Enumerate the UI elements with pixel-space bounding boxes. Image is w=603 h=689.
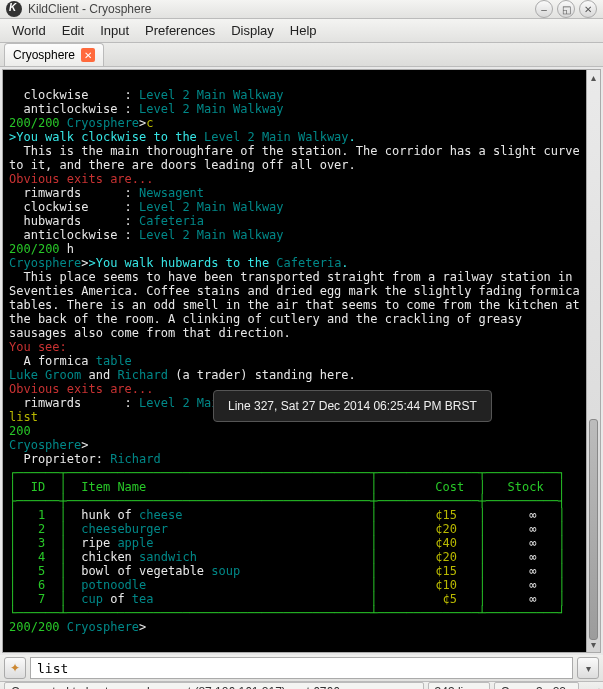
menu-help[interactable]: Help (282, 19, 325, 42)
scroll-thumb[interactable] (589, 419, 598, 640)
command-input[interactable] (30, 657, 573, 679)
menu-edit[interactable]: Edit (54, 19, 92, 42)
scroll-down-icon[interactable]: ▾ (587, 639, 600, 650)
status-lines: 343 lines (428, 682, 490, 689)
tab-close-icon[interactable]: ✕ (81, 48, 95, 62)
status-connection: Connected to host cryosphere.net (87.106… (4, 682, 424, 689)
scroll-up-icon[interactable]: ▴ (587, 72, 600, 83)
tab-cryosphere[interactable]: Cryosphere ✕ (4, 43, 104, 66)
close-button[interactable]: ✕ (579, 0, 597, 18)
window-title: KildClient - Cryosphere (28, 2, 151, 16)
tabbar: Cryosphere ✕ (0, 43, 603, 67)
minimize-button[interactable]: – (535, 0, 553, 18)
shop-table: Proprietor: Richard ┌──────┬────────────… (9, 452, 565, 620)
tab-label: Cryosphere (13, 48, 75, 62)
menu-preferences[interactable]: Preferences (137, 19, 223, 42)
input-row: ✦ ▾ (0, 655, 603, 681)
terminal[interactable]: clockwise : Level 2 Main Walkway anticlo… (3, 70, 586, 652)
input-icon[interactable]: ✦ (4, 657, 26, 679)
menu-input[interactable]: Input (92, 19, 137, 42)
app-icon (6, 1, 22, 17)
maximize-button[interactable]: ◱ (557, 0, 575, 18)
titlebar: KildClient - Cryosphere – ◱ ✕ (0, 0, 603, 19)
resize-grip-icon[interactable]: ◢ (583, 685, 599, 689)
status-conn-time: Conn: 3m22s (494, 682, 579, 689)
terminal-wrap: clockwise : Level 2 Main Walkway anticlo… (2, 69, 601, 653)
scrollbar[interactable]: ▴ ▾ (586, 70, 600, 652)
history-dropdown-button[interactable]: ▾ (577, 657, 599, 679)
menubar: World Edit Input Preferences Display Hel… (0, 19, 603, 43)
statusbar: Connected to host cryosphere.net (87.106… (0, 681, 603, 689)
menu-world[interactable]: World (4, 19, 54, 42)
menu-display[interactable]: Display (223, 19, 282, 42)
